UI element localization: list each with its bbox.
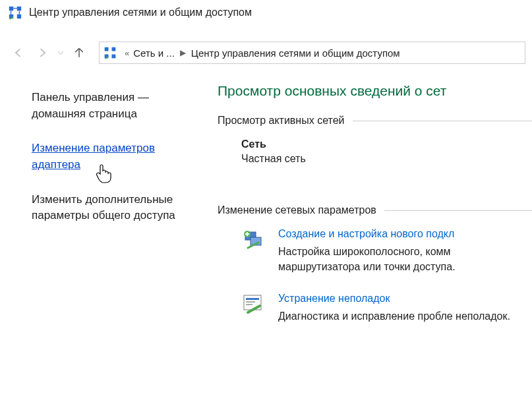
action-troubleshoot: Устранение неполадок Диагностика и испра… <box>218 293 532 324</box>
main-panel: Просмотр основных сведений о сет Просмот… <box>218 83 532 343</box>
svg-rect-1 <box>17 7 21 11</box>
divider <box>384 210 532 211</box>
svg-rect-17 <box>246 304 252 305</box>
create-connection-icon <box>241 228 265 252</box>
section-label-text: Изменение сетевых параметров <box>218 204 376 216</box>
back-button[interactable] <box>7 41 30 65</box>
sidebar-link-home[interactable]: Панель управления — домашняя страница <box>32 90 198 122</box>
section-active-networks: Просмотр активных сетей <box>218 115 532 127</box>
divider <box>353 121 533 121</box>
content-area: Панель управления — домашняя страница Из… <box>0 69 532 343</box>
sidebar-link-adapter-settings[interactable]: Изменение параметров адаптера <box>32 140 198 173</box>
action-troubleshoot-title[interactable]: Устранение неполадок <box>278 293 532 305</box>
svg-rect-8 <box>112 47 116 51</box>
troubleshoot-icon <box>241 293 265 316</box>
forward-button[interactable] <box>30 41 54 65</box>
breadcrumb-ellipsis[interactable]: « <box>121 48 133 58</box>
breadcrumb-item-network[interactable]: Сеть и ... <box>133 47 175 59</box>
network-name: Сеть <box>241 138 532 150</box>
up-button[interactable] <box>67 41 91 65</box>
action-create-connection: Создание и настройка нового подкл Настро… <box>218 228 532 274</box>
window-title: Центр управления сетями и общим доступом <box>29 7 252 18</box>
action-troubleshoot-desc: Диагностика и исправление пробле неполад… <box>278 309 532 324</box>
nav-toolbar: « Сеть и ... ▶ Центр управления сетями и… <box>0 37 532 69</box>
title-bar: Центр управления сетями и общим доступом <box>0 0 532 25</box>
breadcrumb[interactable]: « Сеть и ... ▶ Центр управления сетями и… <box>99 42 525 64</box>
svg-rect-7 <box>105 47 109 51</box>
sidebar-link-advanced-sharing[interactable]: Изменить дополнительные параметры общего… <box>32 192 198 224</box>
action-create-desc: Настройка широкополосного, комм маршрути… <box>278 244 532 274</box>
network-center-icon <box>103 46 117 59</box>
section-change-settings: Изменение сетевых параметров <box>218 204 532 216</box>
network-type: Частная сеть <box>241 153 532 165</box>
chevron-right-icon[interactable]: ▶ <box>175 48 191 57</box>
sidebar: Панель управления — домашняя страница Из… <box>0 83 218 343</box>
svg-rect-3 <box>17 15 21 18</box>
network-center-icon <box>8 5 22 20</box>
section-label-text: Просмотр активных сетей <box>218 115 345 127</box>
breadcrumb-item-center[interactable]: Центр управления сетями и общим доступом <box>191 47 400 59</box>
svg-rect-0 <box>9 7 13 11</box>
action-create-title[interactable]: Создание и настройка нового подкл <box>278 228 532 240</box>
svg-rect-15 <box>246 298 259 300</box>
svg-rect-10 <box>112 55 116 59</box>
recent-locations-button[interactable] <box>54 41 67 65</box>
svg-rect-16 <box>246 301 255 303</box>
page-heading: Просмотр основных сведений о сет <box>218 83 532 99</box>
active-network-block: Сеть Частная сеть <box>218 138 532 165</box>
